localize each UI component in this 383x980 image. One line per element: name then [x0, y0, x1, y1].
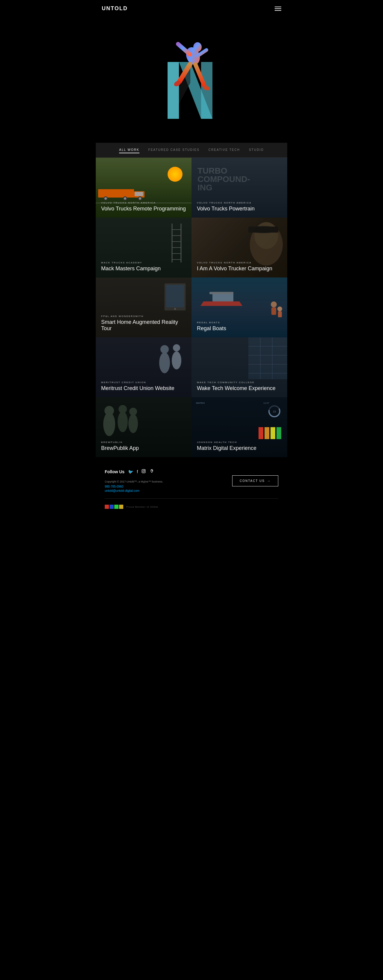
follow-label: Follow Us [105, 469, 124, 474]
footer-email[interactable]: untold@untold-digital.com [105, 489, 163, 492]
people-group-svg [156, 342, 186, 381]
hamburger-line-2 [275, 8, 281, 9]
tab-featured[interactable]: FEATURED CASE STUDIES [148, 147, 200, 153]
svg-point-35 [174, 308, 176, 310]
hamburger-line-1 [275, 6, 281, 7]
grid-item-matrix[interactable]: MATRIX 11:07 23 JOHNSON HEALTH TECH Matr… [192, 397, 287, 457]
svg-point-18 [124, 197, 126, 200]
svg-rect-40 [272, 307, 276, 315]
client-label-brewpublik: BREWPUBLIK [101, 441, 186, 444]
grid-content-smart-home: FP&L AND WONDERSMITH Smart Home Augmente… [101, 315, 186, 332]
svg-marker-36 [200, 301, 242, 306]
color-green [277, 427, 281, 439]
figure-svg [160, 26, 220, 110]
svg-point-65 [144, 470, 145, 471]
follow-us-row: Follow Us 🐦 f [105, 469, 163, 474]
title-matrix: Matrix Digital Experience [197, 445, 282, 452]
grid-content-matrix: JOHNSON HEALTH TECH Matrix Digital Exper… [197, 441, 282, 452]
client-label-volvo-remote: VOLVO TRUCKS NORTH AMERICA [101, 202, 186, 204]
title-regal: Regal Boats [197, 325, 282, 332]
hamburger-line-3 [275, 10, 281, 11]
svg-rect-38 [210, 292, 234, 294]
boat-svg [197, 286, 245, 310]
footer-left: Follow Us 🐦 f Copyright © 2017 Untold™, … [105, 469, 163, 492]
svg-point-45 [173, 344, 180, 352]
svg-point-57 [118, 411, 128, 432]
title-volvo-trucker: I Am A Volvo Trucker Campaign [197, 266, 282, 272]
member-label: Proud Member of SODA [126, 506, 158, 508]
title-brewpublik: BrewPublik App [101, 445, 186, 452]
soda-yellow [119, 505, 123, 509]
svg-point-55 [103, 412, 115, 436]
client-label-regal: REGAL BOATS [197, 321, 282, 324]
svg-rect-12 [98, 189, 134, 197]
footer-bottom: Proud Member of SODA [105, 498, 278, 509]
tablet-svg [165, 283, 186, 310]
title-waketech: Wake Tech Welcome Experience [197, 385, 282, 392]
vimeo-icon[interactable] [149, 469, 154, 474]
tab-studio[interactable]: STUDIO [249, 147, 264, 153]
logo[interactable]: UNTOLD [102, 5, 128, 12]
svg-point-5 [193, 42, 202, 52]
soda-green [114, 505, 119, 509]
work-grid: VOLVO TRUCKS NORTH AMERICA Volvo Trucks … [96, 158, 287, 457]
color-red [259, 427, 263, 439]
color-orange [264, 427, 269, 439]
people-svg [265, 298, 283, 322]
nav-tabs: ALL WORK FEATURED CASE STUDIES CREATIVE … [96, 143, 287, 158]
title-volvo-powertrain: Volvo Trucks Powertrain [197, 206, 282, 212]
grid-item-waketech[interactable]: WAKE TECH COMMUNITY COLLEGE Wake Tech We… [192, 337, 287, 397]
hero-graphic [159, 32, 224, 128]
grid-content-brewpublik: BREWPUBLIK BrewPublik App [101, 441, 186, 452]
grid-item-regal[interactable]: REGAL BOATS Regal Boats [192, 277, 287, 337]
ladder-svg [170, 224, 183, 262]
footer-copyright: Copyright © 2017 Untold™, a Myjive™ busi… [105, 480, 163, 483]
menu-toggle[interactable] [275, 6, 281, 11]
svg-point-46 [172, 352, 181, 369]
twitter-icon[interactable]: 🐦 [128, 469, 133, 474]
instagram-icon[interactable] [141, 469, 146, 474]
title-volvo-remote: Volvo Trucks Remote Programming [101, 206, 186, 212]
facebook-icon[interactable]: f [137, 469, 138, 474]
title-smart-home: Smart Home Augmented Reality Tour [101, 319, 186, 332]
soda-red [105, 505, 109, 509]
grid-content-meritrust: MERITRUST CREDIT UNION Meritrust Credit … [101, 381, 186, 392]
grid-item-meritrust[interactable]: MERITRUST CREDIT UNION Meritrust Credit … [96, 337, 192, 397]
grid-item-mack[interactable]: MACK TRUCKS ACADEMY Mack Masters Campaig… [96, 218, 192, 277]
client-label-volvo-powertrain: VOLVO TRUCKS NORTH AMERICA [197, 202, 282, 204]
grid-content-waketech: WAKE TECH COMMUNITY COLLEGE Wake Tech We… [197, 381, 282, 392]
svg-line-10 [195, 64, 204, 86]
grid-item-volvo-remote[interactable]: VOLVO TRUCKS NORTH AMERICA Volvo Trucks … [96, 158, 192, 218]
matrix-color-blocks [259, 427, 281, 439]
grid-item-brewpublik[interactable]: BREWPUBLIK BrewPublik App [96, 397, 192, 457]
circle-chart: 23 [268, 405, 281, 418]
svg-point-20 [139, 197, 141, 200]
client-label-mack: MACK TRUCKS ACADEMY [101, 261, 186, 264]
svg-rect-14 [135, 192, 143, 196]
svg-rect-47 [248, 337, 287, 379]
svg-point-41 [277, 307, 282, 311]
grid-content-mack: MACK TRUCKS ACADEMY Mack Masters Campaig… [101, 261, 186, 272]
svg-rect-34 [166, 285, 184, 307]
tab-all-work[interactable]: ALL WORK [119, 147, 139, 153]
hero-section [96, 17, 287, 143]
footer-phone[interactable]: 980-785-0960 [105, 485, 163, 488]
turbo-decoration: TURBOCOMPOUND-ING [197, 167, 250, 192]
svg-text:23: 23 [273, 410, 276, 413]
svg-rect-42 [278, 311, 282, 317]
grid-item-volvo-trucker[interactable]: VOLVO TRUCKS NORTH AMERICA I Am A Volvo … [192, 218, 287, 277]
grid-content-volvo-trucker: VOLVO TRUCKS NORTH AMERICA I Am A Volvo … [197, 261, 282, 272]
grid-item-smart-home[interactable]: FP&L AND WONDERSMITH Smart Home Augmente… [96, 277, 192, 337]
soda-blue [110, 505, 114, 509]
client-label-volvo-trucker: VOLVO TRUCKS NORTH AMERICA [197, 261, 282, 264]
tab-creative-tech[interactable]: CREATIVE TECH [208, 147, 240, 153]
contact-button[interactable]: CONTACT US → [232, 475, 278, 487]
color-yellow [270, 427, 275, 439]
svg-rect-32 [248, 227, 278, 232]
footer-top: Follow Us 🐦 f Copyright © 2017 Untold™, … [105, 469, 278, 492]
grid-content-volvo-powertrain: VOLVO TRUCKS NORTH AMERICA Volvo Trucks … [197, 202, 282, 212]
svg-point-39 [271, 301, 277, 307]
grid-item-volvo-powertrain[interactable]: TURBOCOMPOUND-ING VOLVO TRUCKS NORTH AME… [192, 158, 287, 218]
building-svg [248, 337, 287, 379]
matrix-label: MATRIX [196, 402, 205, 404]
